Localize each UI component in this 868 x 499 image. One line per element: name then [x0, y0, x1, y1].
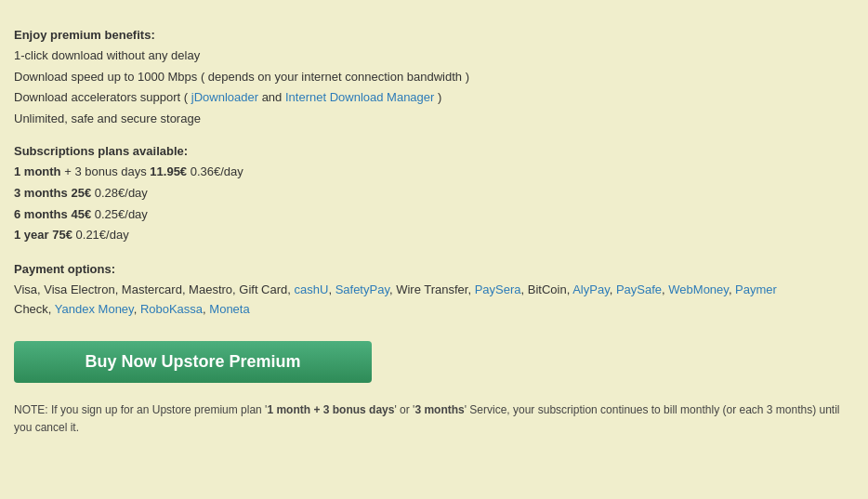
benefits-section: Enjoy premium benefits: 1-click download…	[14, 28, 854, 127]
plan-1month-price: 11.95€	[150, 164, 187, 178]
sep3: , BitCoin,	[521, 282, 573, 296]
payment-link-webmoney[interactable]: WebMoney	[668, 282, 729, 296]
plan-1year-price-val: 75€	[52, 228, 72, 242]
benefit-accelerators-suffix: )	[434, 90, 441, 104]
payment-text-before: Visa, Visa Electron, Mastercard, Maestro…	[14, 282, 295, 296]
payment-options-line: Visa, Visa Electron, Mastercard, Maestro…	[14, 281, 854, 320]
note-section: NOTE: If you sign up for an Upstore prem…	[14, 401, 854, 437]
payment-link-moneta[interactable]: Moneta	[209, 302, 249, 316]
buy-button-container: Buy Now Upstore Premium	[14, 336, 854, 401]
jdownloader-link[interactable]: jDownloader	[191, 90, 258, 104]
benefit-and-text: and	[258, 90, 285, 104]
benefits-title: Enjoy premium benefits:	[14, 28, 854, 42]
benefit-speed-text: Download speed up to 1000 Mbps ( depends…	[14, 70, 469, 84]
plan-6months-price-val: 45€	[71, 207, 91, 221]
note-bold1: 1 month + 3 bonus days	[267, 403, 394, 416]
plan-6months: 6 months 45€ 0.25€/day	[14, 205, 854, 225]
plan-6months-duration: 6 months	[14, 207, 68, 221]
plan-1year-duration: 1 year	[14, 228, 49, 242]
benefit-item-2: Download speed up to 1000 Mbps ( depends…	[14, 68, 854, 86]
note-bold2: 3 months	[414, 403, 464, 416]
plan-1month-rate: 0.36€/day	[187, 164, 243, 178]
payment-link-robokassa[interactable]: RoboKassa	[140, 302, 203, 316]
plan-1month: 1 month + 3 bonus days 11.95€ 0.36€/day	[14, 163, 854, 182]
note-mid: ' or '	[394, 403, 414, 416]
plan-3months-price-val: 25€	[71, 186, 91, 200]
subscriptions-title: Subscriptions plans available:	[14, 144, 854, 158]
sep4: ,	[610, 282, 616, 296]
payment-title: Payment options:	[14, 262, 854, 276]
buy-now-button[interactable]: Buy Now Upstore Premium	[14, 341, 372, 383]
benefit-item-3: Download accelerators support ( jDownloa…	[14, 88, 854, 107]
payment-section: Payment options: Visa, Visa Electron, Ma…	[14, 262, 854, 320]
sep2: , Wire Transfer,	[389, 282, 475, 296]
subscriptions-section: Subscriptions plans available: 1 month +…	[14, 144, 854, 245]
payment-link-paysera[interactable]: PaySera	[475, 282, 521, 296]
plan-1year-rate: 0.21€/day	[72, 228, 129, 242]
payment-link-yandex[interactable]: Yandex Money	[55, 302, 134, 316]
sep1: ,	[328, 282, 335, 296]
plan-6months-rate: 0.25€/day	[91, 207, 148, 221]
payment-link-safetypay[interactable]: SafetyPay	[335, 282, 389, 296]
plan-3months: 3 months 25€ 0.28€/day	[14, 184, 854, 204]
payment-link-paysafe[interactable]: PaySafe	[616, 282, 662, 296]
benefit-accelerators-prefix: Download accelerators support (	[14, 90, 191, 104]
payment-link-cashu[interactable]: cashU	[295, 282, 329, 296]
payment-check: Check,	[14, 302, 55, 316]
idm-link[interactable]: Internet Download Manager	[285, 90, 434, 104]
benefits-title-text: Enjoy premium benefits	[14, 28, 151, 42]
subscriptions-title-text: Subscriptions plans available	[14, 144, 184, 158]
plan-3months-duration: 3 months	[14, 186, 68, 200]
plan-1month-bonus: + 3 bonus days	[61, 164, 151, 178]
plan-1month-duration: 1 month	[14, 164, 61, 178]
plan-3months-rate: 0.28€/day	[91, 186, 148, 200]
payment-link-paymer[interactable]: Paymer	[735, 282, 777, 296]
payment-title-text: Payment options	[14, 262, 112, 276]
sep7: ,	[134, 302, 140, 316]
payment-link-alypay[interactable]: AlyPay	[572, 282, 610, 296]
note-prefix: NOTE: If you sign up for an Upstore prem…	[14, 403, 267, 416]
plan-1year: 1 year 75€ 0.21€/day	[14, 226, 854, 245]
benefit-item-4: Unlimited, safe and secure storage	[14, 110, 854, 128]
benefit-item-1: 1-click download without any delay	[14, 46, 854, 65]
